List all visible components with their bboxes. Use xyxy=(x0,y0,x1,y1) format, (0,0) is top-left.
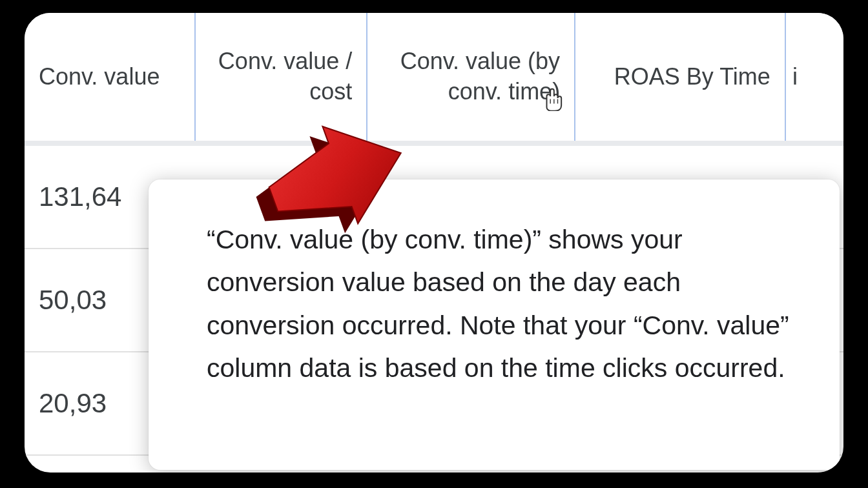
column-header-conv-value-by-time[interactable]: Conv. value (by conv. time) xyxy=(367,13,575,141)
table-header-row: Conv. value Conv. value / cost Conv. val… xyxy=(25,13,843,146)
column-header-conv-value-cost[interactable]: Conv. value / cost xyxy=(196,13,368,141)
cell-conv-value: 131,64 xyxy=(39,181,121,212)
column-header-cutoff[interactable]: i xyxy=(786,13,843,141)
header-label: Conv. value xyxy=(39,62,160,92)
header-label: ROAS By Time xyxy=(614,62,770,92)
header-label: Conv. value (by conv. time) xyxy=(382,46,560,107)
header-label: Conv. value / cost xyxy=(210,46,353,107)
cell-conv-value: 50,03 xyxy=(39,285,107,316)
header-label: i xyxy=(792,62,798,92)
tooltip-card: “Conv. value (by conv. time)” shows your… xyxy=(149,179,840,470)
column-header-conv-value[interactable]: Conv. value xyxy=(25,13,196,141)
table-viewport: Conv. value Conv. value / cost Conv. val… xyxy=(25,13,843,473)
cell-conv-value: 20,93 xyxy=(39,388,107,419)
column-header-roas-by-time[interactable]: ROAS By Time xyxy=(575,13,786,141)
tooltip-text: “Conv. value (by conv. time)” shows your… xyxy=(207,225,789,383)
